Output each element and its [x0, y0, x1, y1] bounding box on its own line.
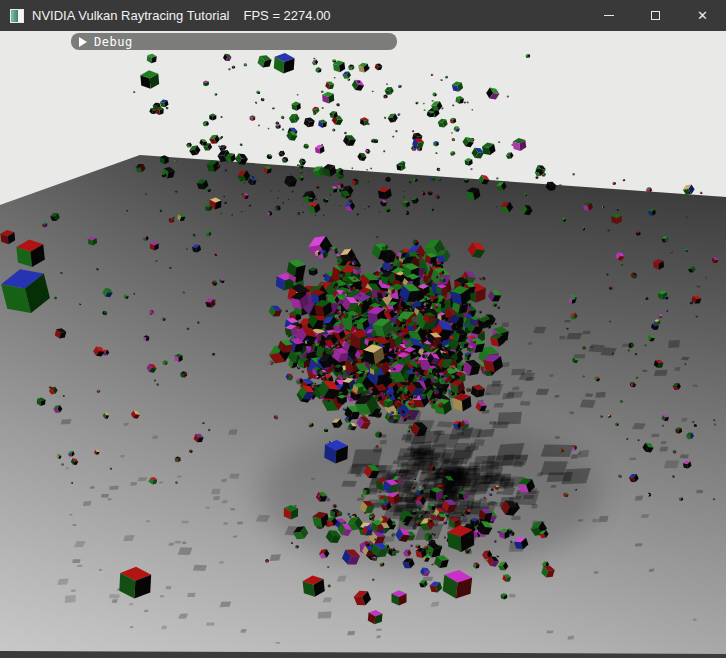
maximize-icon — [651, 11, 660, 20]
minimize-icon — [604, 15, 614, 16]
minimize-button[interactable] — [585, 0, 632, 31]
rendered-scene — [0, 31, 726, 658]
title-bar: NVIDIA Vulkan Raytracing Tutorial FPS = … — [0, 0, 726, 31]
close-icon: ✕ — [697, 9, 708, 22]
window-controls: ✕ — [585, 0, 726, 31]
app-icon — [10, 9, 24, 23]
debug-panel-header[interactable]: Debug — [71, 33, 397, 50]
maximize-button[interactable] — [632, 0, 679, 31]
fps-counter: FPS = 2274.00 — [244, 8, 331, 23]
close-button[interactable]: ✕ — [679, 0, 726, 31]
window-title: NVIDIA Vulkan Raytracing Tutorial — [32, 8, 230, 23]
collapse-arrow-icon — [79, 37, 87, 47]
debug-panel-label: Debug — [94, 35, 133, 49]
raytracing-viewport[interactable]: Debug — [0, 31, 726, 658]
